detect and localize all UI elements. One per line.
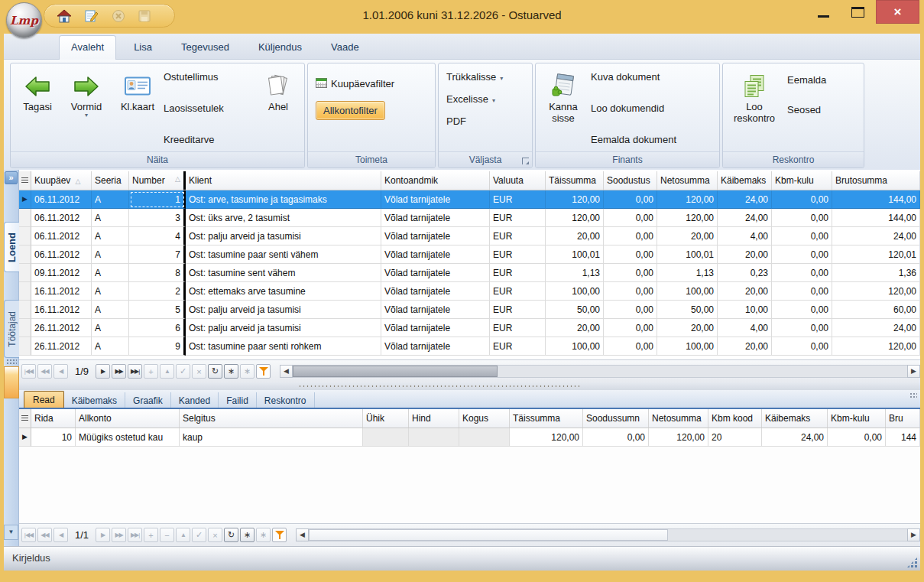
- minimize-button[interactable]: [818, 15, 829, 18]
- column-header-soodustus[interactable]: Soodustus: [604, 171, 657, 190]
- nav-first-button[interactable]: |◀◀: [21, 364, 36, 379]
- nav-next-button[interactable]: ▶: [96, 364, 110, 379]
- scroll-right-icon[interactable]: ▶: [907, 365, 920, 378]
- pdf-button[interactable]: PDF: [446, 115, 529, 127]
- tab-kanded[interactable]: Kanded: [171, 392, 219, 408]
- nav-cancel-button[interactable]: ×: [192, 364, 206, 379]
- tab-failid[interactable]: Failid: [219, 392, 257, 408]
- loo-dokumendid-button[interactable]: Loo dokumendid: [591, 102, 715, 114]
- nav-accept-button[interactable]: ✓: [192, 528, 206, 542]
- nav-last-button[interactable]: ▶▶|: [128, 528, 142, 542]
- nav-add-button[interactable]: +: [144, 528, 158, 542]
- table-row[interactable]: 06.11.2012 A 3 Ost: üks arve, 2 tasumist…: [19, 209, 920, 227]
- nav-prev-page-button[interactable]: ◀◀: [37, 364, 52, 379]
- sidebar-item-tootajad[interactable]: Töötajad: [4, 300, 19, 358]
- dialog-launcher-icon[interactable]: [522, 158, 529, 164]
- collapse-chevron-icon[interactable]: »: [5, 171, 18, 184]
- column-header-hind[interactable]: Hind: [409, 409, 459, 428]
- column-header-soodussumma[interactable]: Soodussumn: [583, 409, 649, 428]
- row-selector-header[interactable]: [19, 171, 31, 190]
- sidebar-item-loend[interactable]: Loend: [4, 222, 19, 272]
- tab-lisa[interactable]: Lisa: [122, 36, 164, 59]
- tab-avaleht[interactable]: Avaleht: [59, 35, 116, 60]
- resize-grip-icon[interactable]: [906, 557, 918, 568]
- nav-next-page-button[interactable]: ▶▶: [112, 528, 126, 542]
- row-selector-header[interactable]: [19, 409, 31, 428]
- loo-reskontro-button[interactable]: Loo reskontro: [726, 67, 783, 151]
- tab-kuljendus[interactable]: Küljendus: [247, 36, 313, 59]
- scroll-left-icon[interactable]: ◀: [296, 528, 309, 541]
- tab-graafik[interactable]: Graafik: [125, 392, 171, 408]
- column-header-kbm-kood[interactable]: Kbm kood: [708, 409, 762, 428]
- eemalda-dokument-button[interactable]: Eemalda dokument: [591, 134, 715, 145]
- column-header-klient[interactable]: Klient: [186, 171, 381, 190]
- nav-filter-button[interactable]: [256, 364, 271, 379]
- column-header-kontoandmik[interactable]: Kontoandmik: [381, 171, 490, 190]
- column-header-kaibemaks[interactable]: Käibemaks: [762, 409, 828, 428]
- nav-refresh-button[interactable]: ↻: [224, 528, 238, 542]
- nav-prev-button[interactable]: ◀: [53, 364, 68, 379]
- eemalda-button[interactable]: Eemalda: [787, 74, 859, 86]
- ostutellimus-button[interactable]: Ostutellimus: [164, 71, 257, 83]
- column-header-kbm-kulu[interactable]: Kbm-kulu: [772, 171, 832, 190]
- column-header-brutosumma[interactable]: Bru: [886, 409, 920, 428]
- laosissetulek-button[interactable]: Laosissetulek: [164, 102, 257, 114]
- ahel-button[interactable]: Ahel: [257, 67, 300, 151]
- column-header-netosumma[interactable]: Netosumma: [657, 171, 718, 190]
- nav-goto-bookmark-button[interactable]: ∗: [240, 364, 255, 379]
- column-header-netosumma[interactable]: Netosumma: [649, 409, 708, 428]
- column-header-kbm-kulu[interactable]: Kbm-kulu: [828, 409, 886, 428]
- trukkalisse-button[interactable]: Trükkalisse▾: [446, 71, 529, 83]
- nav-refresh-button[interactable]: ↻: [208, 364, 222, 379]
- seosed-button[interactable]: Seosed: [787, 104, 859, 115]
- tab-read[interactable]: Read: [24, 391, 64, 408]
- nav-add-button[interactable]: +: [144, 364, 158, 379]
- nav-accept-button[interactable]: ✓: [176, 364, 190, 379]
- app-menu-button[interactable]: Lmp: [6, 2, 42, 38]
- nav-bookmark-button[interactable]: ∗: [224, 364, 238, 379]
- table-row[interactable]: 06.11.2012 A 7 Ost: tasumine paar senti …: [19, 245, 920, 264]
- column-header-uhik[interactable]: Ühik: [363, 409, 409, 428]
- nav-move-up-button[interactable]: ▲: [176, 528, 190, 542]
- column-header-taissumma[interactable]: Täissumma: [510, 409, 583, 428]
- close-button[interactable]: ×: [876, 0, 919, 24]
- home-icon[interactable]: [57, 9, 72, 23]
- scroll-right-icon[interactable]: ▶: [907, 528, 920, 541]
- nav-remove-button[interactable]: −: [160, 528, 174, 542]
- table-row[interactable]: 26.11.2012 A 9 Ost: tasumine paar senti …: [19, 337, 920, 356]
- edit-icon[interactable]: [84, 9, 99, 23]
- table-row[interactable]: 26.11.2012 A 6 Ost: palju arveid ja tasu…: [19, 319, 920, 337]
- tagasi-button[interactable]: Tagasi: [14, 67, 61, 151]
- pane-splitter[interactable]: [19, 382, 920, 390]
- table-row[interactable]: 06.11.2012 A 4 Ost: palju arveid ja tasu…: [19, 227, 920, 245]
- table-row[interactable]: ▶ 10 Müügiks ostetud kau kaup 120,00 0,0…: [19, 428, 920, 447]
- detail-corner-icon[interactable]: [909, 392, 917, 398]
- vormid-button[interactable]: Vormid ▾: [61, 67, 112, 151]
- table-row[interactable]: 16.11.2012 A 5 Ost: palju arveid ja tasu…: [19, 301, 920, 319]
- column-header-kogus[interactable]: Kogus: [459, 409, 510, 428]
- kuva-dokument-button[interactable]: Kuva dokument: [591, 71, 715, 83]
- nav-prev-button[interactable]: ◀: [53, 528, 68, 542]
- kreeditarve-button[interactable]: Kreeditarve: [164, 134, 257, 145]
- tab-tegevused[interactable]: Tegevused: [170, 36, 241, 59]
- main-horizontal-scrollbar[interactable]: ◀ ▶: [280, 365, 920, 378]
- tab-vaade[interactable]: Vaade: [319, 36, 371, 59]
- tab-reskontro[interactable]: Reskontro: [257, 392, 315, 408]
- column-header-kaibemaks[interactable]: Käibemaks: [718, 171, 772, 190]
- column-header-kuupaev[interactable]: Kuupäev△: [31, 171, 92, 190]
- maximize-button[interactable]: [851, 7, 864, 18]
- column-header-rida[interactable]: Rida: [31, 409, 76, 428]
- nav-next-button[interactable]: ▶: [96, 528, 110, 542]
- title-bar[interactable]: Lmp 1.01.2006 kuni 31.12.2026 - Ostuarve…: [0, 0, 924, 34]
- strip-grip[interactable]: [6, 359, 17, 364]
- kanna-sisse-button[interactable]: Kanna sisse: [539, 67, 588, 151]
- nav-first-button[interactable]: |◀◀: [21, 528, 36, 542]
- column-header-valuuta[interactable]: Valuuta: [490, 171, 546, 190]
- nav-move-up-button[interactable]: ▲: [160, 364, 174, 379]
- kuupaevafilter-button[interactable]: Kuupäevafilter: [316, 77, 432, 90]
- column-header-allkonto[interactable]: Allkonto: [76, 409, 180, 428]
- excelisse-button[interactable]: Excelisse▾: [446, 93, 529, 105]
- scrollbar-thumb[interactable]: [309, 529, 668, 541]
- nav-last-button[interactable]: ▶▶|: [128, 364, 142, 379]
- tab-kaibemaks[interactable]: Käibemaks: [64, 392, 125, 408]
